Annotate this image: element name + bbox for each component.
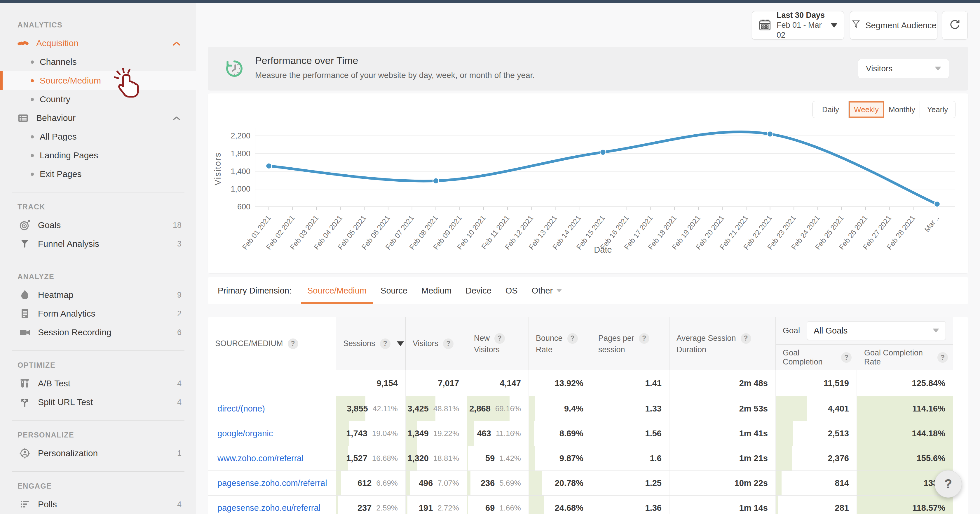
performance-clock-icon — [225, 59, 244, 78]
dimension-tab-source[interactable]: Source — [374, 277, 414, 304]
date-range-button[interactable]: Last 30 Days Feb 01 - Mar 02 — [752, 11, 844, 40]
source-link[interactable]: pagesense.zoho.eu/referral — [218, 503, 320, 513]
value-bar — [529, 446, 535, 471]
column-header-sessions[interactable]: Sessions? — [336, 317, 406, 370]
help-icon[interactable]: ? — [567, 333, 578, 344]
bounce-rate-cell: 24.68% — [528, 496, 591, 514]
goal-completion-cell: 4,401 — [775, 396, 857, 421]
sidebar-section-track: TRACKGoals18Funnel Analysis3 — [0, 198, 196, 253]
sidebar-item-funnel-analysis[interactable]: Funnel Analysis3 — [0, 235, 196, 253]
help-icon[interactable]: ? — [443, 338, 453, 349]
cell-value: 496 — [419, 478, 433, 488]
cell-value: 237 — [358, 503, 372, 513]
primary-dimension-bar: Primary Dimension: Source/MediumSourceMe… — [208, 277, 968, 304]
metric-dropdown[interactable]: Visitors — [858, 59, 949, 78]
goal-label: Goal — [783, 326, 800, 335]
column-header-source-medium[interactable]: SOURCE/MEDIUM? — [208, 317, 336, 370]
pages-per-session-cell: 1.33 — [591, 396, 669, 421]
column-header-average-session-duration[interactable]: Average Session?Duration — [669, 317, 775, 370]
cell-percent: 6.69% — [376, 479, 398, 488]
source-link[interactable]: www.zoho.com/referral — [218, 453, 304, 463]
value-bar — [406, 496, 407, 514]
column-header-bounce-rate[interactable]: Bounce?Rate — [528, 317, 591, 370]
item-count-badge: 3 — [177, 239, 181, 249]
help-icon[interactable]: ? — [841, 352, 851, 363]
sidebar-section-engage: ENGAGEPolls4Push Notification — [0, 477, 196, 514]
sidebar-section-personalize: PERSONALIZEPersonalization1 — [0, 426, 196, 463]
sidebar-item-form-analytics[interactable]: Form Analytics2 — [0, 304, 196, 323]
table-row: google/organic1,74319.04%1,34919.22%4631… — [208, 421, 953, 446]
source-link[interactable]: direct/(none) — [218, 404, 265, 413]
table-totals-row: 9,1547,0174,14713.92%1.412m 48s11,519125… — [208, 370, 953, 396]
sidebar-item-landing-pages[interactable]: Landing Pages — [0, 146, 196, 165]
cell-value: 1,320 — [407, 453, 429, 463]
sidebar-item-country[interactable]: Country — [0, 90, 196, 109]
source-link[interactable]: google/organic — [218, 429, 273, 438]
item-count-badge: 4 — [177, 398, 181, 407]
segment-audience-button[interactable]: Segment Audience — [850, 11, 937, 40]
sidebar-item-acquisition[interactable]: Acquisition — [0, 34, 196, 53]
date-range-title: Last 30 Days — [776, 11, 831, 21]
sidebar-item-exit-pages[interactable]: Exit Pages — [0, 165, 196, 184]
source-cell: direct/(none) — [208, 396, 336, 421]
cell-percent: 16.68% — [372, 454, 398, 463]
sidebar-item-source-medium[interactable]: Source/Medium — [0, 71, 196, 90]
chevron-down-icon — [556, 289, 562, 292]
column-header-pages-per-session[interactable]: Pages per?session — [591, 317, 669, 370]
help-icon[interactable]: ? — [380, 338, 390, 349]
sidebar-item-personalization[interactable]: Personalization1 — [0, 444, 196, 463]
dimension-tab-medium[interactable]: Medium — [414, 277, 458, 304]
cell-value: 1.56 — [645, 429, 662, 438]
dimension-tab-source-medium[interactable]: Source/Medium — [300, 277, 374, 304]
help-icon[interactable]: ? — [741, 333, 751, 344]
all-goals-select[interactable]: All Goals — [807, 321, 946, 340]
sidebar-item-a-b-test[interactable]: A/B Test4 — [0, 374, 196, 393]
goal-bar: GoalAll Goals — [776, 317, 953, 345]
column-header-visitors[interactable]: Visitors? — [406, 317, 467, 370]
help-icon[interactable]: ? — [495, 333, 505, 344]
refresh-button[interactable] — [942, 11, 968, 40]
column-header-label: Pages per — [598, 334, 634, 343]
bullet-icon — [31, 61, 34, 64]
dimension-tab-label: Other — [532, 286, 553, 295]
help-icon[interactable]: ? — [639, 333, 649, 344]
source-link[interactable]: pagesense.zoho.com/referral — [218, 478, 327, 488]
split-icon — [19, 396, 31, 408]
primary-dimension-label: Primary Dimension: — [218, 286, 291, 295]
sidebar-item-polls[interactable]: Polls4 — [0, 495, 196, 514]
sidebar-item-all-pages[interactable]: All Pages — [0, 127, 196, 146]
cell-value: 114.16% — [912, 404, 945, 413]
cell-percent: 19.04% — [372, 429, 398, 438]
sidebar-item-goals[interactable]: Goals18 — [0, 216, 196, 235]
bullet-icon — [31, 172, 34, 176]
flask-icon — [19, 377, 31, 389]
sidebar-section-label: PERSONALIZE — [0, 426, 196, 444]
sort-desc-icon[interactable] — [397, 342, 404, 346]
dimension-tab-other[interactable]: Other — [525, 277, 570, 304]
polls-icon — [19, 498, 31, 511]
dimension-tab-device[interactable]: Device — [458, 277, 498, 304]
column-header-goal-completion[interactable]: Goal Completion? — [776, 345, 857, 370]
totals-new-visitors: 4,147 — [467, 370, 528, 396]
value-bar — [336, 471, 341, 495]
sidebar-item-split-url-test[interactable]: Split URL Test4 — [0, 393, 196, 412]
cell-percent: 48.81% — [433, 404, 459, 413]
goal-completion-cell: 281 — [775, 496, 857, 514]
sidebar-item-channels[interactable]: Channels — [0, 53, 196, 71]
cell-value: 144.18% — [912, 429, 945, 438]
cell-percent: 11.16% — [496, 429, 521, 438]
sidebar-item-behaviour[interactable]: Behaviour — [0, 109, 196, 127]
value-bar — [467, 446, 468, 471]
column-header-new-visitors[interactable]: New?Visitors — [467, 317, 528, 370]
sidebar-item-session-recording[interactable]: Session Recording6 — [0, 323, 196, 342]
sidebar-item-heatmap[interactable]: Heatmap9 — [0, 286, 196, 304]
help-button[interactable]: ? — [934, 470, 962, 498]
column-header-goal-completion-rate[interactable]: Goal Completion Rate? — [857, 345, 953, 370]
dimension-tab-label: Source — [380, 286, 407, 295]
dimension-tab-os[interactable]: OS — [498, 277, 525, 304]
help-icon[interactable]: ? — [937, 352, 948, 363]
svg-text:2,200: 2,200 — [231, 131, 250, 140]
pages-per-session-cell: 1.36 — [591, 496, 669, 514]
help-icon[interactable]: ? — [288, 338, 298, 349]
sidebar: ANALYTICSAcquisitionChannelsSource/Mediu… — [0, 3, 196, 514]
